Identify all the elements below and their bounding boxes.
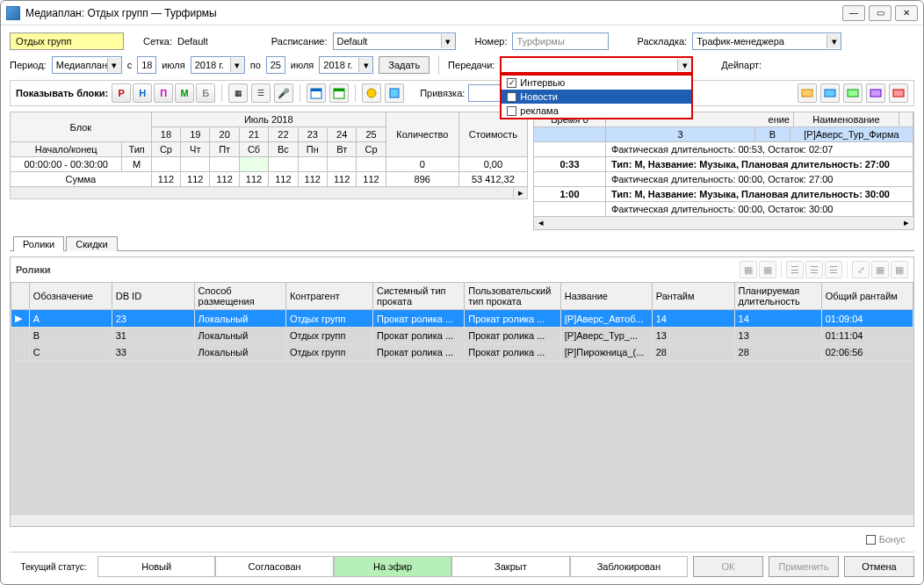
to-day[interactable] [266, 56, 285, 74]
status-label: Текущий статус: [10, 562, 97, 572]
roliki-tool-1-icon[interactable]: ▦ [740, 261, 757, 278]
schedule-grid[interactable]: Блок Июль 2018 Количество Стоимость 1819… [10, 112, 528, 187]
period-mode-combo[interactable]: Медиаплан▾ [52, 56, 122, 74]
roliki-col[interactable]: Обозначение [29, 283, 112, 310]
day-header: 19 [181, 127, 210, 142]
roliki-tool-4-icon[interactable]: ☰ [805, 261, 823, 278]
apply-button[interactable]: Применить [769, 556, 839, 577]
svg-rect-9 [870, 90, 881, 97]
tab-roliki[interactable]: Ролики [13, 236, 64, 251]
sum-cell: 112 [210, 172, 239, 187]
right-tool-3-icon[interactable] [843, 83, 863, 103]
roliki-col[interactable]: Общий рантайм [821, 283, 913, 310]
cancel-button[interactable]: Отмена [844, 556, 914, 577]
roliki-row[interactable]: ▶A23ЛокальныйОтдых группПрокат ролика ..… [11, 310, 913, 328]
roliki-row[interactable]: B31ЛокальныйОтдых группПрокат ролика ...… [11, 328, 913, 344]
sum-cell: 112 [181, 172, 210, 187]
from-prefix: с [127, 60, 133, 70]
dow-header: Сб [239, 142, 268, 157]
tool-b-icon[interactable] [385, 83, 404, 103]
roliki-col[interactable]: Способ размещения [194, 283, 285, 310]
maximize-button[interactable]: ▭ [869, 5, 892, 21]
timeline-row[interactable]: Фактическая длительность: 00:00, Остаток… [534, 202, 913, 217]
grid-icon[interactable]: ▦ [228, 83, 248, 103]
roliki-col[interactable] [11, 283, 30, 310]
roliki-tool-6-icon[interactable]: ⤢ [852, 261, 870, 278]
main-window: Медиаплан: Отдых групп — Турфирмы — ▭ ✕ … [0, 0, 924, 585]
right-tool-2-icon[interactable] [820, 83, 840, 103]
day-header: 21 [239, 127, 268, 142]
status-3[interactable]: Закрыт [451, 556, 569, 577]
calendar-icon[interactable] [307, 83, 326, 103]
timeline-row[interactable]: 1:00Тип: М, Название: Музыка, Плановая д… [534, 187, 913, 202]
timeline-row[interactable]: Фактическая длительность: 00:00, Остаток… [534, 172, 913, 187]
roliki-col[interactable]: Планируемая длительность [734, 283, 821, 310]
sum-cell: 112 [151, 172, 180, 187]
timeline-row[interactable]: Фактическая длительность: 00:53, Остаток… [534, 142, 913, 157]
sum-cell: 112 [298, 172, 327, 187]
right-tool-4-icon[interactable] [866, 83, 885, 103]
block-btn-Б[interactable]: Б [196, 83, 215, 103]
roliki-tool-7-icon[interactable]: ▦ [871, 261, 889, 278]
col-name: Наименование [794, 112, 899, 127]
rasklad-combo[interactable]: Трафик-менеджера▾ [692, 32, 841, 50]
roliki-tool-8-icon[interactable]: ▦ [891, 261, 908, 278]
bonus-label: Бонус [879, 534, 906, 545]
to-year-combo[interactable]: 2018 г.▾ [319, 56, 373, 74]
calendar2-icon[interactable] [329, 83, 349, 103]
status-4[interactable]: Заблокирован [570, 556, 688, 577]
list-icon[interactable]: ☰ [251, 83, 271, 103]
nomer-input[interactable] [512, 32, 609, 50]
roliki-col[interactable]: Название [560, 283, 652, 310]
close-button[interactable]: ✕ [895, 5, 918, 21]
bonus-checkbox[interactable] [866, 535, 876, 545]
peredachi-option[interactable]: реклама [502, 104, 691, 118]
roliki-row[interactable]: C33ЛокальныйОтдых группПрокат ролика ...… [11, 344, 913, 361]
cell-time[interactable]: 00:00:00 - 00:30:00 [11, 157, 122, 172]
status-1[interactable]: Согласован [215, 556, 333, 577]
block-btn-П[interactable]: П [154, 83, 173, 103]
block-btn-Н[interactable]: Н [133, 83, 152, 103]
timeline-grid[interactable]: Время б ение Наименование 3 В [Р]Аверс_Т… [533, 112, 914, 230]
roliki-tool-3-icon[interactable]: ☰ [786, 261, 804, 278]
roliki-col[interactable]: DB ID [112, 283, 194, 310]
col-3: 3 [606, 127, 755, 142]
daypart-label: Дейпарт: [721, 60, 762, 70]
tool-a-icon[interactable] [362, 83, 381, 103]
roliki-col[interactable]: Контрагент [285, 283, 372, 310]
block-btn-М[interactable]: М [175, 83, 194, 103]
right-tool-5-icon[interactable] [889, 83, 908, 103]
day-header: 25 [357, 127, 386, 142]
sum-cell: 112 [327, 172, 356, 187]
status-0[interactable]: Новый [97, 556, 215, 577]
cell-type[interactable]: М [122, 157, 151, 172]
block-btn-Р[interactable]: Р [112, 83, 131, 103]
from-day[interactable] [137, 56, 156, 74]
right-panel: Время б ение Наименование 3 В [Р]Аверс_Т… [533, 112, 914, 230]
peredachi-option[interactable]: Новости [502, 90, 691, 104]
from-year-combo[interactable]: 2018 г.▾ [191, 56, 245, 74]
roliki-col[interactable]: Системный тип проката [373, 283, 465, 310]
ok-button[interactable]: ОК [693, 556, 763, 577]
roliki-tool-2-icon[interactable]: ▦ [759, 261, 776, 278]
roliki-col[interactable]: Рантайм [652, 283, 734, 310]
roliki-tool-5-icon[interactable]: ☰ [825, 261, 842, 278]
roliki-hscroll[interactable] [11, 514, 913, 526]
status-2[interactable]: На эфир [334, 556, 451, 577]
peredachi-combo[interactable]: ▾ [500, 56, 693, 74]
timeline-row[interactable]: 0:33Тип: М, Название: Музыка, Плановая д… [534, 157, 913, 172]
right-tool-1-icon[interactable] [798, 83, 817, 103]
col-month: Июль 2018 [151, 112, 386, 127]
dow-header: Вс [269, 142, 298, 157]
from-month: июля [162, 60, 185, 70]
set-button[interactable]: Задать [379, 56, 430, 74]
tab-skidki[interactable]: Скидки [66, 236, 117, 251]
roliki-col[interactable]: Пользовательский тип проката [465, 283, 561, 310]
peredachi-option[interactable]: ✓Интервью [502, 76, 691, 90]
col-r: [Р]Аверс_Тур_Фирма [790, 127, 913, 142]
roliki-table[interactable]: ОбозначениеDB IDСпособ размещенияКонтраг… [11, 282, 913, 361]
minimize-button[interactable]: — [842, 5, 865, 21]
mic-icon[interactable]: 🎤 [274, 83, 293, 103]
sum-cost: 53 412,32 [458, 172, 527, 187]
raspisanie-combo[interactable]: Default▾ [333, 32, 456, 50]
